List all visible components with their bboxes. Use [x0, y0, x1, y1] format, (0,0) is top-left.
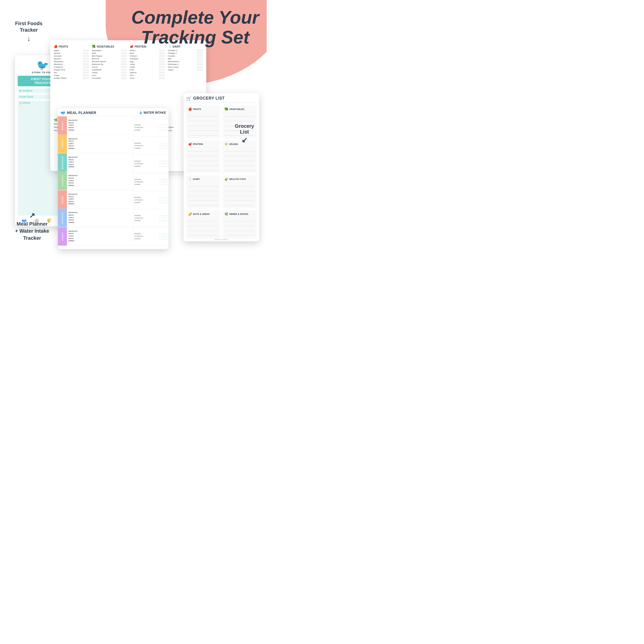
water-saturday: MORNING◇◇◇◇◇ AFTERNOON◇◇◇◇◇ EVENING◇◇◇◇◇: [133, 209, 169, 227]
saturday-meals: BREAKFASTSNACK LUNCHSNACK DINNER: [67, 209, 133, 227]
fruits-title: FRUITS: [59, 45, 68, 48]
foods-item: Blueberry: [54, 63, 89, 65]
herbs-icon: 🌿: [54, 118, 58, 122]
vegetables-icon: 🥦: [92, 45, 96, 48]
foods-item: Fig: [54, 71, 89, 74]
grocery-nuts: 🥜 NUTS & SEEDS: [186, 210, 220, 238]
water-thursday: MORNING◇◇◇◇◇ AFTERNOON◇◇◇◇◇ EVENING◇◇◇◇◇: [133, 173, 169, 191]
grocery-veg-title: VEGETABLES: [229, 108, 244, 110]
fruits-section: 🍎 FRUITS Apple Apricot Avocado Banana Bl…: [53, 44, 90, 116]
foods-item: Golden Raisin: [54, 77, 89, 79]
wednesday-meals: BREAKFASTSNACK LUNCHSNACK DINNER: [67, 153, 133, 172]
days-column: MONDAY TUESDAY WEDNESDAY THURSDAY FRIDAY…: [58, 116, 67, 246]
meal-planner-card: 🥣 MEAL PLANNER 💧 WATER INTAKE MONDAY TUE…: [58, 108, 169, 249]
arrow-grocery-icon: ↙: [235, 136, 254, 144]
grocery-grains-icon: 🌾: [224, 142, 228, 146]
water-intake-column: MORNING◇◇◇◇◇ AFTERNOON◇◇◇◇◇ EVENING◇◇◇◇◇…: [133, 116, 169, 246]
grocery-herbs: 🌿 HERBS & SPICES: [222, 210, 257, 238]
vegetables-section: 🥦 VEGETABLES Asparagus Beet Bell Pepper …: [91, 44, 128, 116]
water-tuesday: MORNING◇◇◇◇◇ AFTERNOON◇◇◇◇◇ EVENING◇◇◇◇◇: [133, 137, 169, 155]
meals-column: BREAKFASTSNACK LUNCHSNACK DINNER BREAKFA…: [67, 116, 133, 246]
grocery-footer: Stork To Fork ®: [186, 238, 257, 240]
grocery-fats-title: HEALTHY FATS: [229, 178, 246, 180]
meal-body: MONDAY TUESDAY WEDNESDAY THURSDAY FRIDAY…: [58, 116, 169, 246]
water-friday: MORNING◇◇◇◇◇ AFTERNOON◇◇◇◇◇ EVENING◇◇◇◇◇: [133, 191, 169, 209]
meal-header-title: MEAL PLANNER: [67, 111, 96, 115]
fruits-icon: 🍎: [54, 45, 58, 48]
water-intake-header-title: 💧 WATER INTAKE: [139, 111, 166, 114]
foods-item: Apricot: [54, 52, 89, 54]
arrow-meal-icon: ↗: [15, 211, 49, 220]
grocery-dairy-title: DAIRY: [193, 178, 200, 180]
grocery-fruits-icon: 🍎: [188, 107, 192, 111]
day-friday: FRIDAY: [58, 190, 67, 209]
tuesday-meals: BREAKFASTSNACK LUNCHSNACK DINNER: [67, 135, 133, 153]
sunday-meals: BREAKFASTSNACK LUNCHSNACK DINNER: [67, 227, 133, 246]
first-foods-label-text: First FoodsTracker: [15, 21, 43, 33]
foods-item: Banana: [54, 58, 89, 60]
foods-item: Grape: [54, 74, 89, 76]
friday-meals: BREAKFASTSNACK LUNCHSNACK DINNER: [67, 190, 133, 209]
grocery-herbs-title: HERBS & SPICES: [229, 213, 248, 215]
meal-header-icon: 🥣: [60, 110, 65, 115]
water-monday: MORNING◇◇◇◇◇ AFTERNOON◇◇◇◇◇ EVENING◇◇◇◇◇: [133, 118, 169, 137]
protein-section: 🥩 PROTEIN Beans Beef Chicken Chickpea Eg…: [129, 44, 166, 116]
day-monday: MONDAY: [58, 116, 67, 135]
label-grocery-list: GroceryList ↙: [235, 123, 254, 144]
grocery-label-text: GroceryList: [235, 123, 254, 135]
vegetables-title: VEGETABLES: [97, 45, 114, 48]
grocery-header-title: GROCERY LIST: [193, 96, 225, 101]
grocery-dairy-icon: 🥛: [188, 177, 192, 181]
grocery-list-card: 🛒 GROCERY LIST 🍎 FRUITS 🥦 VEGETABLES 🥩 P…: [184, 93, 259, 241]
label-first-foods-tracker: First FoodsTracker ↓: [15, 20, 43, 43]
meal-planner-header: 🥣 MEAL PLANNER 💧 WATER INTAKE: [58, 108, 169, 116]
grocery-fruits-title: FRUITS: [193, 108, 201, 110]
grocery-cart-icon: 🛒: [186, 96, 192, 101]
foods-item: Apple: [54, 49, 89, 52]
label-meal-planner: ↗ Meal Planner+ Water IntakeTracker: [15, 210, 49, 241]
day-saturday: SATURDAY: [58, 209, 67, 227]
grocery-nuts-title: NUTS & SEEDS: [193, 213, 210, 215]
foods-item: Avocado: [54, 55, 89, 57]
grocery-veg-icon: 🥦: [224, 107, 228, 111]
grocery-protein-title: PROTEIN: [193, 143, 203, 145]
grocery-healthy-fats: 🥑 HEALTHY FATS: [222, 175, 257, 208]
water-sunday: MORNING◇◇◇◇◇ AFTERNOON◇◇◇◇◇ EVENING◇◇◇◇◇: [133, 227, 169, 246]
grocery-herbs-icon: 🌿: [224, 212, 228, 216]
grocery-fruits: 🍎 FRUITS: [186, 105, 220, 138]
grocery-fats-icon: 🥑: [224, 177, 228, 181]
grocery-protein: 🥩 PROTEIN: [186, 140, 220, 173]
grocery-nuts-icon: 🥜: [188, 212, 192, 216]
day-tuesday: TUESDAY: [58, 135, 67, 153]
day-thursday: THURSDAY: [58, 172, 67, 190]
meal-planner-label-text: Meal Planner+ Water IntakeTracker: [15, 221, 49, 241]
foods-item: Cranberry: [54, 66, 89, 68]
arrow-down-icon: ↓: [15, 34, 43, 43]
day-wednesday: WEDNESDAY: [58, 153, 67, 172]
water-wednesday: MORNING◇◇◇◇◇ AFTERNOON◇◇◇◇◇ EVENING◇◇◇◇◇: [133, 155, 169, 173]
day-sunday: SUNDAY: [58, 227, 67, 246]
foods-item: Blackberry: [54, 60, 89, 63]
grocery-protein-icon: 🥩: [188, 142, 192, 146]
main-title: Complete YourTracking Set: [131, 8, 259, 47]
monday-meals: BREAKFASTSNACK LUNCHSNACK DINNER: [67, 116, 133, 135]
grocery-dairy: 🥛 DAIRY: [186, 175, 220, 208]
grocery-header: 🛒 GROCERY LIST: [186, 96, 257, 103]
foods-item: Dragon Fruit: [54, 69, 89, 71]
thursday-meals: BREAKFASTSNACK LUNCHSNACK DINNER: [67, 172, 133, 190]
grocery-other: 📋 OTHER: [186, 240, 257, 241]
water-header: [133, 116, 169, 118]
grocery-grains: 🌾 GRAINS: [222, 140, 257, 173]
